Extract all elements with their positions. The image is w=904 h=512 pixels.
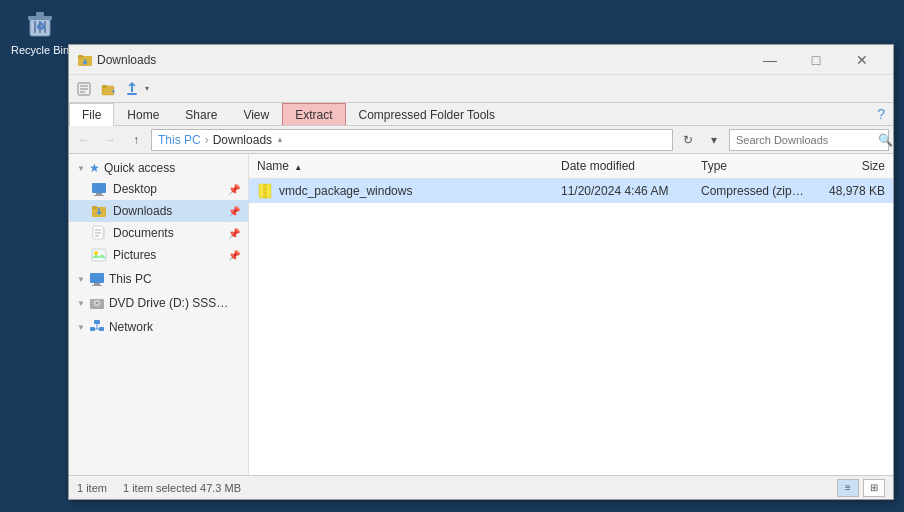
- qa-properties-button[interactable]: [73, 78, 95, 100]
- qa-up-button[interactable]: [121, 78, 143, 100]
- tab-extract[interactable]: Extract: [282, 103, 345, 125]
- sidebar-section-thispc: ▼ This PC: [69, 268, 248, 290]
- svg-point-36: [96, 302, 98, 304]
- tab-file[interactable]: File: [69, 103, 114, 126]
- file-list-header: Name ▲ Date modified Type Size: [249, 154, 893, 179]
- sidebar-dvd-label: DVD Drive (D:) SSS_X6: [109, 296, 229, 310]
- sidebar-network-label: Network: [109, 320, 153, 334]
- title-bar-folder-icon: [77, 52, 93, 68]
- svg-rect-23: [92, 206, 97, 209]
- sidebar-item-pictures[interactable]: Pictures 📌: [69, 244, 248, 266]
- file-type: Compressed (zipp...: [701, 184, 808, 198]
- up-button[interactable]: ↑: [125, 129, 147, 151]
- tab-view[interactable]: View: [230, 103, 282, 125]
- svg-rect-9: [78, 55, 83, 58]
- qa-new-folder-button[interactable]: +: [97, 78, 119, 100]
- file-list: Name ▲ Date modified Type Size: [249, 154, 893, 475]
- new-folder-icon: +: [101, 82, 115, 96]
- zip-file-icon: [257, 183, 273, 199]
- details-view-button[interactable]: ≡: [837, 479, 859, 497]
- col-type[interactable]: Type: [693, 156, 813, 176]
- item-selected: 1 item selected 47.3 MB: [123, 482, 241, 494]
- maximize-button[interactable]: □: [793, 45, 839, 75]
- sidebar-documents-label: Documents: [113, 226, 174, 240]
- sidebar-header-quickaccess[interactable]: ▼ ★ Quick access: [69, 158, 248, 178]
- sidebar-downloads-label: Downloads: [113, 204, 172, 218]
- sidebar-item-downloads[interactable]: Downloads 📌: [69, 200, 248, 222]
- close-button[interactable]: ✕: [839, 45, 885, 75]
- file-size: 48,978 KB: [829, 184, 885, 198]
- address-dropdown-button[interactable]: ▾: [703, 129, 725, 151]
- network-expand-icon: ▼: [77, 323, 85, 332]
- sidebar-quickaccess-label: Quick access: [104, 161, 175, 175]
- downloads-folder-icon: [91, 203, 107, 219]
- address-path[interactable]: This PC › Downloads ▲: [151, 129, 673, 151]
- pictures-pin-icon: 📌: [228, 250, 240, 261]
- file-date: 11/20/2024 4:46 AM: [561, 184, 668, 198]
- search-box[interactable]: 🔍: [729, 129, 889, 151]
- dvd-expand-icon: ▼: [77, 299, 85, 308]
- sort-arrow: ▲: [294, 163, 302, 172]
- quickaccess-expand-icon: ▼: [77, 164, 85, 173]
- back-button[interactable]: ←: [73, 129, 95, 151]
- svg-rect-19: [92, 183, 106, 193]
- col-date[interactable]: Date modified: [553, 156, 693, 176]
- svg-text:+: +: [111, 87, 115, 96]
- desktop-pin-icon: 📌: [228, 184, 240, 195]
- dvd-icon: [89, 295, 105, 311]
- svg-rect-18: [127, 93, 137, 95]
- refresh-button[interactable]: ↻: [677, 129, 699, 151]
- sidebar-desktop-label: Desktop: [113, 182, 157, 196]
- sidebar-section-quickaccess: ▼ ★ Quick access Desktop 📌: [69, 158, 248, 266]
- title-bar-title: Downloads: [97, 53, 156, 67]
- sidebar-pictures-label: Pictures: [113, 248, 156, 262]
- svg-rect-29: [92, 249, 106, 261]
- sidebar-header-thispc[interactable]: ▼ This PC: [69, 268, 248, 290]
- documents-pin-icon: 📌: [228, 228, 240, 239]
- svg-rect-21: [94, 195, 104, 196]
- file-type-cell: Compressed (zipp...: [693, 182, 813, 200]
- col-size[interactable]: Size: [813, 156, 893, 176]
- file-name-cell: vmdc_package_windows: [249, 181, 553, 201]
- main-content: ▼ ★ Quick access Desktop 📌: [69, 154, 893, 475]
- search-input[interactable]: [736, 134, 874, 146]
- breadcrumb: This PC › Downloads ▲: [158, 133, 284, 147]
- thispc-icon: [89, 271, 105, 287]
- svg-rect-43: [263, 184, 267, 198]
- tab-home[interactable]: Home: [114, 103, 172, 125]
- view-controls: ≡ ⊞: [837, 479, 885, 497]
- breadcrumb-caret[interactable]: ▲: [276, 135, 284, 144]
- ribbon: File Home Share View Extract Compressed …: [69, 103, 893, 126]
- file-date-cell: 11/20/2024 4:46 AM: [553, 182, 693, 200]
- minimize-button[interactable]: —: [747, 45, 793, 75]
- thispc-expand-icon: ▼: [77, 275, 85, 284]
- forward-button[interactable]: →: [99, 129, 121, 151]
- breadcrumb-sep-1: ›: [205, 133, 209, 147]
- title-bar-controls: — □ ✕: [747, 45, 885, 75]
- sidebar: ▼ ★ Quick access Desktop 📌: [69, 154, 249, 475]
- sidebar-item-documents[interactable]: Documents 📌: [69, 222, 248, 244]
- svg-rect-33: [92, 285, 102, 286]
- documents-icon: [91, 225, 107, 241]
- sidebar-item-desktop[interactable]: Desktop 📌: [69, 178, 248, 200]
- qa-dropdown-arrow[interactable]: ▾: [145, 84, 149, 93]
- tab-compressed[interactable]: Compressed Folder Tools: [346, 103, 509, 125]
- svg-rect-25: [103, 228, 105, 239]
- sidebar-header-network[interactable]: ▼ Network: [69, 316, 248, 338]
- svg-rect-2: [36, 12, 44, 16]
- tab-share[interactable]: Share: [172, 103, 230, 125]
- large-icons-view-button[interactable]: ⊞: [863, 479, 885, 497]
- sidebar-header-dvd[interactable]: ▼ DVD Drive (D:) SSS_X6: [69, 292, 248, 314]
- properties-icon: [77, 82, 91, 96]
- sidebar-thispc-label: This PC: [109, 272, 152, 286]
- svg-rect-37: [94, 320, 100, 324]
- svg-rect-1: [28, 16, 52, 20]
- col-name[interactable]: Name ▲: [249, 156, 553, 176]
- file-row[interactable]: vmdc_package_windows 11/20/2024 4:46 AM …: [249, 179, 893, 203]
- help-button[interactable]: ?: [869, 103, 893, 125]
- breadcrumb-downloads[interactable]: Downloads: [213, 133, 272, 147]
- recycle-bin-icon[interactable]: ♻ Recycle Bin: [8, 8, 72, 56]
- title-bar-left: Downloads: [77, 52, 747, 68]
- sidebar-section-dvd: ▼ DVD Drive (D:) SSS_X6: [69, 292, 248, 314]
- breadcrumb-thispc[interactable]: This PC: [158, 133, 201, 147]
